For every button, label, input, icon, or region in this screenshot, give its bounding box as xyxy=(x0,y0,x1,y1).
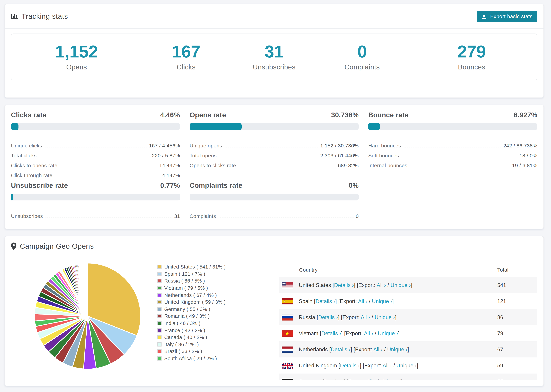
export-unique-link[interactable]: Unique › xyxy=(387,346,408,352)
details-link[interactable]: Details › xyxy=(318,314,338,320)
details-link[interactable]: Details › xyxy=(316,298,335,304)
details-link[interactable]: Details › xyxy=(331,346,351,352)
rate-progress-bar xyxy=(190,194,359,200)
export-basic-stats-label: Export basic stats xyxy=(490,13,532,19)
details-link[interactable]: Details › xyxy=(334,282,354,288)
geo-table-header-country: Country xyxy=(279,262,497,277)
export-unique-link[interactable]: Unique › xyxy=(396,362,417,368)
geo-total-cell: 59 xyxy=(497,362,503,368)
rate-progress-bar xyxy=(11,194,180,200)
rate-panel-value: 0% xyxy=(349,182,359,189)
export-all-link[interactable]: All › xyxy=(358,298,367,304)
rate-panel-title: Bounce rate xyxy=(368,111,409,119)
dotted-leader xyxy=(46,217,172,218)
export-all-link[interactable]: All › xyxy=(361,314,370,320)
legend-label: Italy ( 36 / 2% ) xyxy=(164,342,199,347)
legend-swatch xyxy=(157,293,162,297)
stat-value: 0 xyxy=(357,43,367,60)
details-link[interactable]: Details › xyxy=(340,362,360,368)
rate-detail-row: Hard bounces242 / 86.738% xyxy=(368,139,537,148)
geo-country-cell: United Kingdom [Details ›] [Export: All … xyxy=(299,362,418,369)
legend-swatch xyxy=(157,350,162,354)
rate-detail-value: 1,152 / 30.736% xyxy=(320,143,359,148)
legend-label: Germany ( 55 / 3% ) xyxy=(164,307,210,312)
legend-swatch xyxy=(157,307,162,311)
legend-swatch xyxy=(157,272,162,276)
rate-detail-row: Unsubscribes31 xyxy=(11,209,180,219)
legend-label: Spain ( 121 / 7% ) xyxy=(164,271,205,277)
rate-detail-value: 220 / 5.87% xyxy=(152,153,180,158)
rate-detail-value: 19 / 6.81% xyxy=(512,163,537,168)
stats-summary: 1,152Opens167Clicks31Unsubscribes0Compla… xyxy=(11,34,537,80)
geo-country-cell: Netherlands [Details ›] [Export: All › /… xyxy=(299,346,409,352)
stat-value: 31 xyxy=(265,43,283,60)
rate-detail-value: 689.82% xyxy=(338,163,359,168)
legend-label: United Kingdom ( 59 / 3% ) xyxy=(164,300,226,305)
stat-complaints: 0Complaints xyxy=(318,34,406,80)
geo-row-gb: United Kingdom [Details ›] [Export: All … xyxy=(279,357,537,373)
export-all-link[interactable]: All › xyxy=(383,362,392,368)
rate-detail-value: 2,303 / 61.446% xyxy=(320,153,359,158)
export-unique-link[interactable]: Unique › xyxy=(374,314,395,320)
legend-label: United States ( 541 / 31% ) xyxy=(164,264,226,270)
legend-item: Russia ( 86 / 5% ) xyxy=(157,277,226,284)
details-link[interactable]: Details › xyxy=(324,378,344,380)
geo-total-cell: 541 xyxy=(497,282,506,288)
rate-progress-bar xyxy=(190,123,359,130)
rate-detail-label: Unique opens xyxy=(190,143,222,148)
rate-detail-label: Clicks to opens rate xyxy=(11,163,57,168)
stat-label: Bounces xyxy=(458,63,485,71)
flag-icon-nl xyxy=(282,346,293,352)
geo-total-cell: 121 xyxy=(497,298,506,304)
details-link[interactable]: Details › xyxy=(321,330,341,336)
legend-item: Italy ( 36 / 2% ) xyxy=(157,341,226,348)
legend-label: Brazil ( 33 / 2% ) xyxy=(164,349,202,354)
geo-country-cell: Germany [Details ›] [Export: All › / Uni… xyxy=(299,378,402,380)
dotted-leader xyxy=(225,147,318,147)
tracking-stats-title: Tracking stats xyxy=(11,12,68,20)
rate-detail-label: Unsubscribes xyxy=(11,213,43,219)
export-basic-stats-button[interactable]: Export basic stats xyxy=(477,11,537,22)
export-unique-link[interactable]: Unique › xyxy=(380,378,401,380)
rate-panel-title: Clicks rate xyxy=(11,111,46,119)
export-unique-link[interactable]: Unique › xyxy=(390,282,411,288)
flag-icon-us xyxy=(282,282,293,288)
stat-value: 1,152 xyxy=(55,43,98,60)
export-unique-link[interactable]: Unique › xyxy=(372,298,392,304)
geo-title: Campaign Geo Opens xyxy=(11,242,94,250)
legend-item: Germany ( 55 / 3% ) xyxy=(157,306,226,313)
flag-icon-ru xyxy=(282,314,293,320)
rate-panel-value: 6.927% xyxy=(514,111,537,119)
geo-country-cell: Spain [Details ›] [Export: All › / Uniqu… xyxy=(299,298,394,304)
geo-row-vn: Vietnam [Details ›] [Export: All › / Uni… xyxy=(279,325,537,341)
legend-item: United States ( 541 / 31% ) xyxy=(157,263,226,270)
dotted-leader xyxy=(404,147,501,147)
rate-detail-value: 167 / 4.456% xyxy=(149,143,180,148)
legend-item: South Africa ( 29 / 2% ) xyxy=(157,355,226,362)
legend-item: Brazil ( 33 / 2% ) xyxy=(157,348,226,355)
geo-row-us: United States [Details ›] [Export: All ›… xyxy=(279,277,537,293)
stat-label: Complaints xyxy=(345,63,380,71)
rate-detail-label: Complaints xyxy=(190,213,216,219)
bar-chart-icon xyxy=(11,13,18,20)
export-all-link[interactable]: All › xyxy=(373,346,383,352)
rate-detail-row: Internal bounces19 / 6.81% xyxy=(368,158,537,168)
rate-panel-bounce-rate: Bounce rate6.927%Hard bounces242 / 86.73… xyxy=(368,111,537,178)
legend-label: France ( 42 / 2% ) xyxy=(164,328,205,333)
rate-panel-opens-rate: Opens rate30.736%Unique opens1,152 / 30.… xyxy=(190,111,359,178)
flag-icon-de xyxy=(282,378,293,380)
stat-value: 279 xyxy=(457,43,486,60)
export-all-link[interactable]: All › xyxy=(366,378,376,380)
geo-table-header-total: Total xyxy=(497,262,537,277)
rate-detail-label: Soft bounces xyxy=(368,153,399,158)
export-all-link[interactable]: All › xyxy=(364,330,373,336)
rate-progress-bar xyxy=(368,123,537,130)
export-all-link[interactable]: All › xyxy=(377,282,386,288)
export-unique-link[interactable]: Unique › xyxy=(378,330,398,336)
rate-progress-fill xyxy=(190,123,242,130)
dashboard-page: Tracking stats Export basic stats 1,152O… xyxy=(0,0,551,392)
stat-label: Clicks xyxy=(177,63,195,71)
geo-title-text: Campaign Geo Opens xyxy=(20,242,94,250)
rate-detail-row: Unique opens1,152 / 30.736% xyxy=(190,139,359,148)
rate-detail-label: Hard bounces xyxy=(368,143,401,148)
